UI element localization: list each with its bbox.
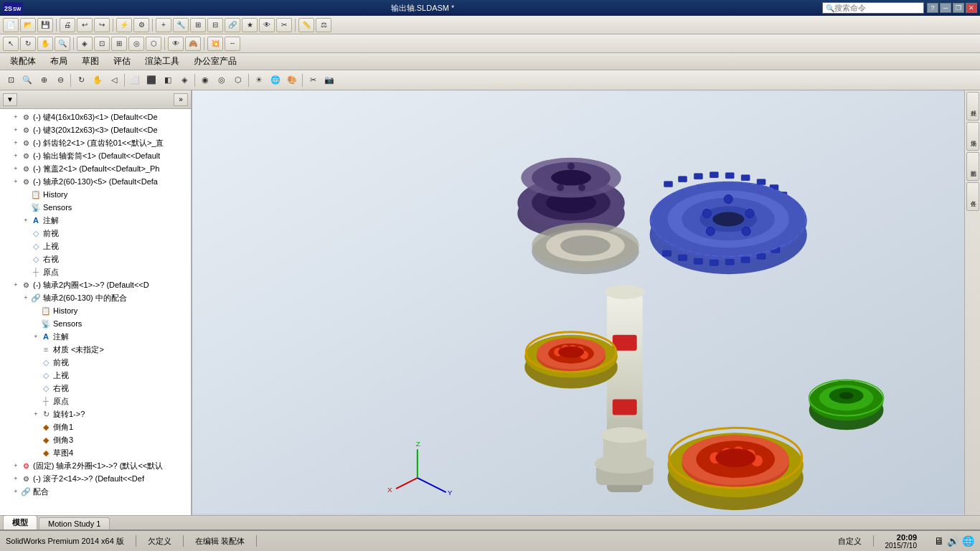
decal-panel-button[interactable]: 贴图	[966, 152, 979, 181]
measure-button[interactable]: 📏	[298, 18, 314, 32]
tree-item[interactable]: +⚙(-) 输出轴套筒<1> (Default<<Default	[0, 149, 191, 162]
expand-icon[interactable]	[32, 448, 40, 457]
viewport[interactable]: Y Z X	[192, 90, 964, 515]
view-button[interactable]: 👁	[259, 18, 275, 32]
tree-item[interactable]: +🔗配合	[0, 485, 191, 498]
expand-icon[interactable]: +	[22, 216, 30, 225]
wireframe-view[interactable]: ⬡	[230, 73, 246, 88]
expand-icon[interactable]	[22, 229, 30, 237]
expand-icon[interactable]	[22, 242, 30, 250]
standard-iso[interactable]: ◈	[176, 73, 192, 88]
task-panel-button[interactable]: 任务	[966, 182, 979, 211]
help-button[interactable]: ?	[927, 3, 938, 13]
tree-item[interactable]: ◇右视	[0, 382, 191, 395]
minimize-button[interactable]: ─	[940, 3, 951, 13]
tree-item[interactable]: +⚙(-) 轴承2内圈<1>->? (Default<<D	[0, 278, 191, 291]
tree-item[interactable]: 📡Sensors	[0, 201, 191, 214]
expand-icon[interactable]: +	[32, 332, 40, 341]
component-button[interactable]: 🔧	[173, 18, 189, 32]
wireframe-button[interactable]: ⬡	[146, 37, 161, 51]
expand-icon[interactable]	[32, 423, 40, 431]
zoom-in-button[interactable]: ⊕	[36, 73, 52, 88]
expand-icon[interactable]	[32, 358, 40, 367]
pattern-button[interactable]: ⊞	[190, 18, 206, 32]
view3d-button[interactable]: ◈	[77, 37, 93, 51]
camera-button[interactable]: 📷	[321, 73, 337, 88]
redo-button[interactable]: ↪	[94, 18, 110, 32]
expand-icon[interactable]: +	[11, 461, 20, 470]
expand-icon[interactable]	[22, 255, 30, 263]
zoom-area-button[interactable]: 🔍	[19, 73, 35, 88]
expand-icon[interactable]	[32, 306, 40, 315]
tree-item[interactable]: ◇上视	[0, 369, 191, 382]
shaded-edges[interactable]: ◉	[197, 73, 213, 88]
normal-button[interactable]: ⊞	[111, 37, 127, 51]
expand-icon[interactable]: +	[11, 138, 20, 147]
tree-item[interactable]: ◆倒角3	[0, 433, 191, 446]
expand-icon[interactable]: +	[11, 474, 20, 483]
tree-item[interactable]: ┼原点	[0, 265, 191, 278]
section-button[interactable]: ✂	[276, 18, 292, 32]
taskbar-icon1[interactable]: 🖥	[934, 535, 944, 547]
tab-model[interactable]: 模型	[3, 515, 37, 529]
expand-icon[interactable]: +	[22, 293, 30, 302]
zoom-button[interactable]: 🔍	[55, 37, 70, 51]
expand-panel-button[interactable]: »	[174, 93, 188, 106]
standard-views-button[interactable]: ⊡	[94, 37, 110, 51]
tree-item[interactable]: ◆草图4	[0, 446, 191, 459]
display-button[interactable]: 👁	[168, 37, 184, 51]
expand-icon[interactable]	[32, 319, 40, 328]
expand-icon[interactable]	[22, 268, 30, 276]
expand-icon[interactable]	[32, 397, 40, 405]
save-button[interactable]: 💾	[37, 18, 53, 32]
pan-button[interactable]: ✋	[37, 37, 53, 51]
tree-item[interactable]: ◆倒角1	[0, 420, 191, 433]
menu-sketch[interactable]: 草图	[75, 54, 106, 70]
insert-button[interactable]: +	[156, 18, 171, 32]
shaded-button[interactable]: ◎	[128, 37, 144, 51]
expand-icon[interactable]: +	[11, 177, 20, 186]
tree-item[interactable]: ◇上视	[0, 240, 191, 253]
undo-button[interactable]: ↩	[77, 18, 93, 32]
tree-item[interactable]: +⚙(固定) 轴承2外圈<1>->? (默认<<默认	[0, 459, 191, 472]
tree-item[interactable]: +⚙(-) 篦盖2<1> (Default<<Default>_Ph	[0, 162, 191, 175]
scene-button[interactable]: 🌐	[268, 73, 283, 88]
search-input[interactable]	[834, 4, 920, 12]
hide-button[interactable]: 🙈	[185, 37, 201, 51]
tree-item[interactable]: 📋History	[0, 188, 191, 201]
menu-assembly[interactable]: 装配体	[3, 54, 43, 70]
rotate-view-button[interactable]: ↻	[73, 73, 89, 88]
expand-icon[interactable]: +	[11, 164, 20, 173]
menu-render[interactable]: 渲染工具	[138, 54, 187, 70]
expand-icon[interactable]	[32, 345, 40, 354]
rotate-button[interactable]: ↻	[20, 37, 36, 51]
expand-icon[interactable]	[22, 190, 30, 199]
smart-button[interactable]: ★	[242, 18, 258, 32]
expand-icon[interactable]	[32, 384, 40, 392]
mate-button[interactable]: 🔗	[225, 18, 240, 32]
tree-item[interactable]: +↻旋转1->?	[0, 408, 191, 420]
restore-button[interactable]: ❐	[953, 3, 964, 13]
appearance-button[interactable]: 🎨	[284, 73, 300, 88]
tree-item[interactable]: ┼原点	[0, 395, 191, 408]
expand-icon[interactable]	[32, 371, 40, 380]
menu-layout[interactable]: 布局	[43, 54, 75, 70]
prev-view-button[interactable]: ◁	[106, 73, 122, 88]
tree-item[interactable]: +⚙(-) 轴承2(60-130)<5> (Default<Defa	[0, 175, 191, 188]
options-button[interactable]: ⚙	[133, 18, 149, 32]
expand-icon[interactable]: +	[11, 113, 20, 121]
expand-icon[interactable]: +	[11, 487, 20, 496]
feature-tree[interactable]: +⚙(-) 键4(16x10x63)<1> (Default<<De+⚙(-) …	[0, 109, 191, 515]
expand-icon[interactable]: +	[11, 151, 20, 160]
standard-top[interactable]: ⬛	[143, 73, 159, 88]
taskbar-icon3[interactable]: 🌐	[962, 535, 974, 547]
tree-item[interactable]: +⚙(-) 键3(20x12x63)<3> (Default<<De	[0, 123, 191, 136]
select-button[interactable]: ↖	[3, 37, 19, 51]
explode-button[interactable]: 💥	[207, 37, 223, 51]
zoom-out-button[interactable]: ⊖	[52, 73, 68, 88]
lights-button[interactable]: ☀	[251, 73, 267, 88]
expand-icon[interactable]: +	[11, 126, 20, 134]
appearance-panel-button[interactable]: 外观	[966, 92, 979, 121]
section-view-button[interactable]: ✂	[305, 73, 321, 88]
new-button[interactable]: 📄	[3, 18, 19, 32]
